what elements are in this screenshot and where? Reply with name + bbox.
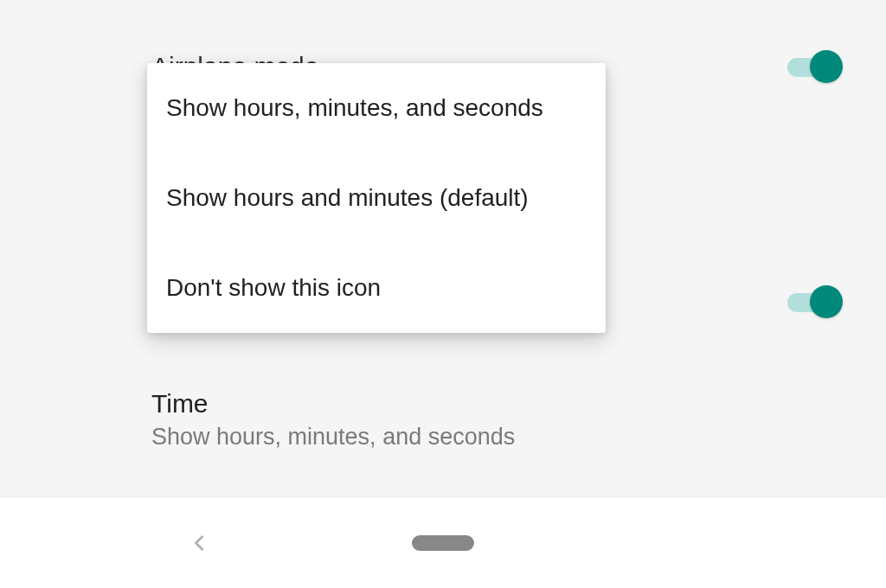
popup-option-hms[interactable]: Show hours, minutes, and seconds (147, 70, 606, 153)
airplane-mode-toggle[interactable] (787, 50, 843, 83)
chevron-left-icon (190, 534, 209, 553)
home-pill-button[interactable] (412, 535, 474, 551)
time-title: Time (151, 389, 515, 419)
popup-option-hide[interactable]: Don't show this icon (147, 243, 606, 326)
time-setting-row[interactable]: Time Show hours, minutes, and seconds (151, 389, 515, 451)
time-options-popup: Show hours, minutes, and seconds Show ho… (147, 63, 606, 333)
back-button[interactable] (190, 534, 209, 553)
navigation-bar (0, 497, 886, 588)
time-subtitle: Show hours, minutes, and seconds (151, 424, 515, 451)
secondary-toggle[interactable] (787, 285, 843, 318)
popup-option-hm-default[interactable]: Show hours and minutes (default) (147, 153, 606, 243)
toggle-thumb (810, 50, 843, 83)
settings-content: Airplane mode Show hours, minutes, and s… (0, 0, 886, 497)
toggle-thumb (810, 285, 843, 318)
